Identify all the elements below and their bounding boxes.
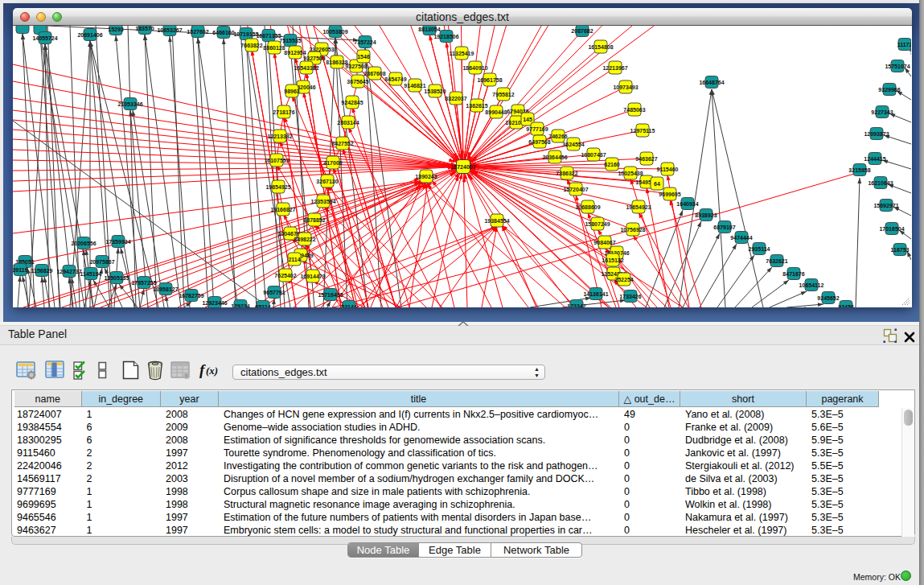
svg-text:8860128: 8860128 <box>263 45 285 51</box>
svg-text:129234: 129234 <box>231 303 249 308</box>
svg-text:20975867: 20975867 <box>89 259 114 265</box>
svg-text:17957255: 17957255 <box>131 280 156 286</box>
svg-text:1890243: 1890243 <box>415 174 437 179</box>
svg-text:1733426: 1733426 <box>619 294 641 299</box>
svg-text:7386322: 7386322 <box>556 171 577 176</box>
svg-text:8454749: 8454749 <box>384 76 406 82</box>
svg-text:12505135: 12505135 <box>104 275 129 281</box>
svg-text:2718176: 2718176 <box>273 109 294 115</box>
svg-text:10653267: 10653267 <box>157 27 182 33</box>
svg-text:16782759: 16782759 <box>179 293 203 299</box>
svg-text:9146821: 9146821 <box>404 83 425 89</box>
svg-text:252254: 252254 <box>614 277 633 282</box>
svg-text:10756928: 10756928 <box>620 227 645 233</box>
svg-text:2935114: 2935114 <box>749 246 770 252</box>
svg-text:16210643: 16210643 <box>868 180 893 186</box>
svg-text:746266: 746266 <box>548 134 567 139</box>
svg-text:92456: 92456 <box>838 304 854 308</box>
svg-text:6497568: 6497568 <box>528 139 550 145</box>
svg-text:64: 64 <box>654 181 660 187</box>
svg-text:10719155: 10719155 <box>233 31 258 37</box>
svg-text:12213967: 12213967 <box>602 65 627 71</box>
svg-text:15692971: 15692971 <box>873 203 898 208</box>
svg-text:1156829: 1156829 <box>31 268 53 274</box>
svg-text:10958127: 10958127 <box>153 286 178 292</box>
svg-text:9115460: 9115460 <box>657 167 679 172</box>
svg-text:8912954: 8912954 <box>284 50 306 56</box>
svg-text:3675645: 3675645 <box>347 79 368 84</box>
svg-text:2087682: 2087682 <box>571 28 593 34</box>
svg-text:8990448: 8990448 <box>485 109 507 115</box>
svg-text:8322037: 8322037 <box>445 96 466 101</box>
svg-text:12213382: 12213382 <box>267 134 292 139</box>
svg-text:8938923: 8938923 <box>695 212 717 218</box>
svg-text:7625402: 7625402 <box>274 273 296 278</box>
svg-text:10053809: 10053809 <box>322 29 347 35</box>
svg-text:1538520: 1538520 <box>424 89 446 94</box>
svg-text:9463627: 9463627 <box>635 156 657 162</box>
svg-text:3267130: 3267130 <box>316 179 338 184</box>
svg-text:19654923: 19654923 <box>626 204 651 210</box>
svg-text:9327508: 9327508 <box>345 64 367 69</box>
svg-text:9245652: 9245652 <box>817 295 839 301</box>
svg-text:9699695: 9699695 <box>659 192 680 197</box>
svg-text:1362615: 1362615 <box>466 103 487 109</box>
svg-text:16543382: 16543382 <box>294 65 318 71</box>
svg-text:19218506: 19218506 <box>433 34 458 39</box>
svg-text:8878852: 8878852 <box>303 217 325 223</box>
svg-text:9329966: 9329966 <box>878 87 900 93</box>
svg-text:15716485: 15716485 <box>318 292 343 298</box>
svg-text:23226053: 23226053 <box>309 47 334 52</box>
svg-text:10807487: 10807487 <box>581 152 606 158</box>
svg-text:8427552: 8427552 <box>331 141 353 146</box>
svg-text:15293: 15293 <box>108 27 124 32</box>
svg-text:62160: 62160 <box>604 162 620 167</box>
svg-text:14136141: 14136141 <box>583 291 608 297</box>
svg-text:6879197: 6879197 <box>713 225 735 230</box>
svg-text:20206556: 20206556 <box>71 241 96 246</box>
svg-text:1640934: 1640934 <box>676 201 698 207</box>
svg-text:98963: 98963 <box>284 89 300 94</box>
svg-text:2803144: 2803144 <box>337 120 359 126</box>
svg-text:f: f <box>199 361 206 378</box>
svg-text:20691406: 20691406 <box>77 32 102 38</box>
svg-text:95214: 95214 <box>255 304 271 308</box>
svg-text:7485063: 7485063 <box>623 107 645 113</box>
svg-text:3215958: 3215958 <box>848 167 870 173</box>
svg-text:10688609: 10688609 <box>575 204 600 210</box>
svg-text:9084067: 9084067 <box>593 240 615 245</box>
svg-text:39119: 39119 <box>13 267 28 273</box>
svg-text:19654925: 19654925 <box>265 184 290 190</box>
svg-text:10025438: 10025438 <box>618 171 643 176</box>
svg-text:8498222: 8498222 <box>294 237 315 242</box>
svg-text:7955812: 7955812 <box>492 92 514 97</box>
svg-text:16671355: 16671355 <box>256 33 281 39</box>
svg-text:145: 145 <box>523 117 532 122</box>
svg-text:2867608: 2867608 <box>363 71 385 76</box>
svg-text:11172: 11172 <box>897 42 911 47</box>
svg-text:9777169: 9777169 <box>526 126 548 132</box>
svg-text:7357224: 7357224 <box>354 39 376 45</box>
svg-text:2114: 2114 <box>288 257 300 262</box>
svg-text:12093873: 12093873 <box>864 131 889 137</box>
svg-text:15807249: 15807249 <box>585 221 610 227</box>
svg-text:21053346: 21053346 <box>117 101 142 107</box>
svg-text:16154808: 16154808 <box>588 44 613 50</box>
svg-text:52144: 52144 <box>341 304 357 308</box>
svg-text:15720407: 15720407 <box>563 187 588 192</box>
svg-text:17016504: 17016504 <box>879 226 904 232</box>
svg-text:9227343: 9227343 <box>871 109 893 115</box>
svg-text:9242845: 9242845 <box>341 100 363 105</box>
svg-text:9327503: 9327503 <box>303 56 325 61</box>
svg-text:12353594: 12353594 <box>310 199 335 204</box>
svg-text:16914479: 16914479 <box>300 274 325 279</box>
svg-text:417006: 417006 <box>323 160 342 166</box>
svg-text:8813054: 8813054 <box>418 27 440 32</box>
svg-text:1145194: 1145194 <box>80 271 102 277</box>
svg-text:7663822: 7663822 <box>240 43 262 48</box>
svg-text:20364456: 20364456 <box>542 154 567 160</box>
svg-text:18724007: 18724007 <box>450 164 475 170</box>
svg-text:(x): (x) <box>206 365 218 377</box>
svg-text:3624554: 3624554 <box>562 142 584 147</box>
svg-text:15751074: 15751074 <box>885 64 910 69</box>
